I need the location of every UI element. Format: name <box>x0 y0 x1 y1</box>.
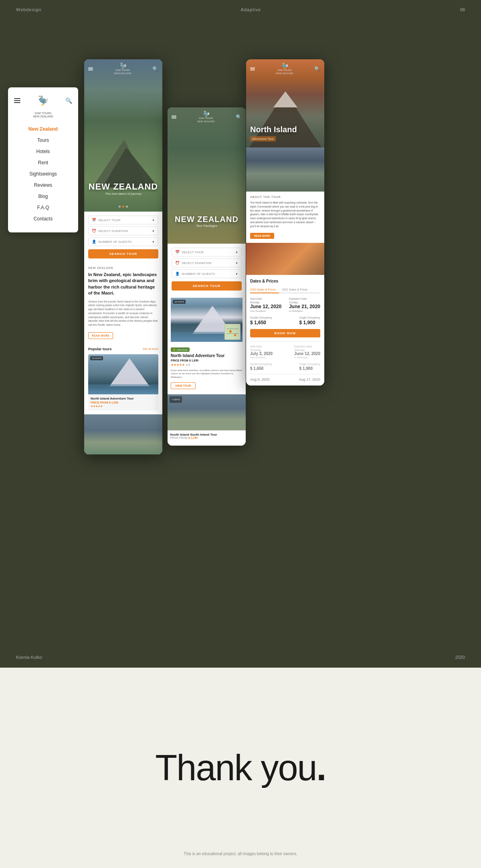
sidebar-item-tours[interactable]: Tours <box>8 135 78 146</box>
dropdown-arrow-1: ▼ <box>152 219 155 222</box>
dot-1 <box>119 206 121 208</box>
phone1-location-tag: NEW ZEALAND <box>88 266 158 269</box>
phone3-start-from-1: from Auckland <box>250 310 281 312</box>
phone3-start-date-1: June 12, 2020 <box>250 304 281 309</box>
phone1-select-tour-label: SELECT TOUR <box>98 218 152 222</box>
phone3-tab1[interactable]: 2020 Dates & Prices <box>250 287 279 293</box>
phone3-exp-col-1: Expiration Date Sunday June 21, 2020 to … <box>289 297 320 312</box>
phone1-hamburger[interactable] <box>88 67 93 71</box>
phone3-start-day-2: Thursday <box>250 349 273 351</box>
phone3-hero-title: North Island <box>250 125 297 134</box>
phone3-single-price-2: $ 1,900 <box>299 366 320 371</box>
phone2-dropdown-arrow-3: ▼ <box>235 273 238 275</box>
phone2-person-icon: 👤 <box>175 272 180 276</box>
phone1-hero-subtitle: The new damn of journey <box>84 192 162 196</box>
phone1-see-all[interactable]: See all tours <box>143 347 158 350</box>
phone2-search-btn[interactable]: SEARCH TOUR <box>172 281 242 291</box>
phone3-divider <box>250 341 320 342</box>
phone2-search-icon[interactable]: 🔍 <box>236 114 242 120</box>
phone1-tour-mountain: 10 DAYS <box>88 354 158 394</box>
dropdown-arrow-2: ▼ <box>152 230 155 232</box>
phone3-single-label-1: Single Occupancy <box>299 316 320 319</box>
phone3-double-label-2: Double Occupancy <box>250 363 272 365</box>
sidebar-item-reviews[interactable]: Reviews <box>8 180 78 191</box>
phone2-view-tour-btn[interactable]: VIEW TOUR <box>171 382 196 389</box>
hamburger-icon[interactable] <box>14 98 20 103</box>
phone3-divider-2 <box>250 374 320 374</box>
search-icon-sidebar[interactable]: 🔍 <box>65 97 72 104</box>
phone3-hamburger[interactable] <box>250 67 255 71</box>
phone3-date-row-3: Aug 9, 2020 Aug 17, 2020 <box>250 377 320 382</box>
sidebar-item-rent[interactable]: Rent <box>8 157 78 168</box>
phone1: 🦤 KIWI TOURSNEW ZEALAND 🔍 NEW ZEALAND Th… <box>84 59 162 454</box>
phone2-second-tour: 7 DAYS South Island South Island Tour PR… <box>168 394 246 446</box>
phone3-about-label: ABOUT THE TOUR <box>250 196 320 198</box>
phone1-tour-price: PRICE FROM $ 1,650 <box>91 401 156 404</box>
phone1-dots <box>84 206 162 208</box>
phone2-guests-label: NUMBER OF GUESTS <box>182 272 235 276</box>
sidebar-item-hotels[interactable]: Hotels <box>8 146 78 157</box>
phone3-hero: 🦤 KIWI TOURSNEW ZEALAND 🔍 North Island A… <box>246 59 324 147</box>
phone1-search-icon[interactable]: 🔍 <box>152 66 158 72</box>
phone1-logo-text: KIWI TOURSNEW ZEALAND <box>114 69 131 75</box>
phone1-search-form: 📅 SELECT TOUR ▼ ⏰ SELECT DURATION ▼ 👤 NU… <box>84 212 162 262</box>
phone1-tour-name: North Island Adventure Tour <box>91 397 156 400</box>
sidebar-item-sightseeings[interactable]: Sightseeings <box>8 168 78 180</box>
phone1-search-btn[interactable]: SEARCH TOUR <box>88 249 158 258</box>
phone2-select-tour-row[interactable]: 📅 SELECT TOUR ▼ <box>172 248 242 256</box>
phone2-hero: 🦤 KIWI TOURSNEW ZEALAND 🔍 NEW ZEALAND To… <box>168 107 246 244</box>
phone3-start-label-2: Start Date <box>250 345 273 348</box>
phone3-about-text: The North Island is filled with surprisi… <box>250 201 320 228</box>
phone2-header: 🦤 KIWI TOURSNEW ZEALAND 🔍 <box>168 107 246 127</box>
phone1-days-badge: 10 DAYS <box>90 356 103 360</box>
phone2-tour2-price: PRICE FROM $ 1,250 <box>170 436 243 439</box>
sidebar-item-new-zealand[interactable]: New Zealand <box>8 123 78 135</box>
phone3-start-from-2: from Auckland <box>250 356 273 359</box>
phone1-guests-row[interactable]: 👤 NUMBER OF GUESTS ▼ <box>88 237 158 246</box>
person-icon: 👤 <box>92 240 96 244</box>
nav-top: 🦤 🔍 <box>8 95 78 112</box>
sidebar-item-blog[interactable]: Blog <box>8 191 78 202</box>
phone3-exp-date-1: June 21, 2020 <box>289 304 320 309</box>
thankyou-section: Thank you. This is an educational projec… <box>0 668 481 868</box>
phone1-select-duration-label: SELECT DURATION <box>98 229 152 233</box>
phone2-search-form: 📅 SELECT TOUR ▼ ⏰ SELECT DURATION ▼ 👤 NU… <box>168 244 246 295</box>
phone2-coastal-img: 7 DAYS <box>168 394 246 430</box>
phone1-content-body: Venture from the bucolic North Island to… <box>88 300 158 327</box>
phone1-tour-card-body: North Island Adventure Tour PRICE FROM $… <box>88 394 158 410</box>
clock-icon: ⏰ <box>92 229 96 233</box>
phone3-read-more-btn[interactable]: READ MORE <box>250 233 274 239</box>
phone1-read-more-btn[interactable]: READ MORE <box>88 332 113 339</box>
phone3-double-label-1: Double Occupancy <box>250 316 272 319</box>
phone3-exp-label-2: Expiration Date <box>294 345 320 348</box>
phone2-tour2-days: 7 DAYS <box>172 398 180 401</box>
phone3-book-btn[interactable]: BOOK NOW <box>250 329 320 337</box>
sidebar-logo-text: KIWI TOURS NEW ZEALAND <box>8 112 78 119</box>
phone2-guests-row[interactable]: 👤 NUMBER OF GUESTS ▼ <box>172 269 242 278</box>
phone2-dropdown-arrow-1: ▼ <box>235 251 238 254</box>
phone1-guests-label: NUMBER OF GUESTS <box>98 240 152 244</box>
phone3-date-3-exp: Aug 17, 2020 <box>299 377 320 382</box>
phone3-search-icon[interactable]: 🔍 <box>314 66 320 72</box>
phone2: 🦤 KIWI TOURSNEW ZEALAND 🔍 NEW ZEALAND To… <box>168 107 246 446</box>
phone3-exp-col-2: Expiration Date Saturday June 12, 2020 t… <box>294 345 320 359</box>
phone3-single-col-1: Single Occupancy $ 1,900 <box>299 316 320 325</box>
sidebar-item-contacts[interactable]: Contacts <box>8 213 78 224</box>
phone3-hero-text: North Island Adventure Tour <box>250 125 297 141</box>
phone3-start-col-2: Start Date Thursday July 3, 2020 from Au… <box>250 345 273 359</box>
phone1-header: 🦤 KIWI TOURSNEW ZEALAND 🔍 <box>84 59 162 79</box>
thankyou-text: Thank you. <box>155 747 325 789</box>
footer-bar: Ksenia Kutko 2020 <box>0 655 481 660</box>
phone2-select-duration-row[interactable]: ⏰ SELECT DURATION ▼ <box>172 258 242 267</box>
phone1-select-tour-row[interactable]: 📅 SELECT TOUR ▼ <box>88 216 158 224</box>
phone3-tab2[interactable]: 2021 Dates & Prices <box>282 287 311 293</box>
sidebar-item-faq[interactable]: F.A.Q <box>8 202 78 213</box>
phone2-hero-text: NEW ZEALAND Tour Packages <box>168 215 246 228</box>
phone2-stars: ★★★★★ <box>171 363 185 367</box>
phone2-hamburger[interactable] <box>172 115 176 119</box>
phone3-date-row-2: Start Date Thursday July 3, 2020 from Au… <box>250 345 320 359</box>
phone2-rating: ★★★★★ 4.9 <box>171 363 243 367</box>
phone1-select-duration-row[interactable]: ⏰ SELECT DURATION ▼ <box>88 226 158 235</box>
phone3-header: 🦤 KIWI TOURSNEW ZEALAND 🔍 <box>246 59 324 79</box>
phone3-exp-date-2: June 12, 2020 <box>294 351 320 356</box>
